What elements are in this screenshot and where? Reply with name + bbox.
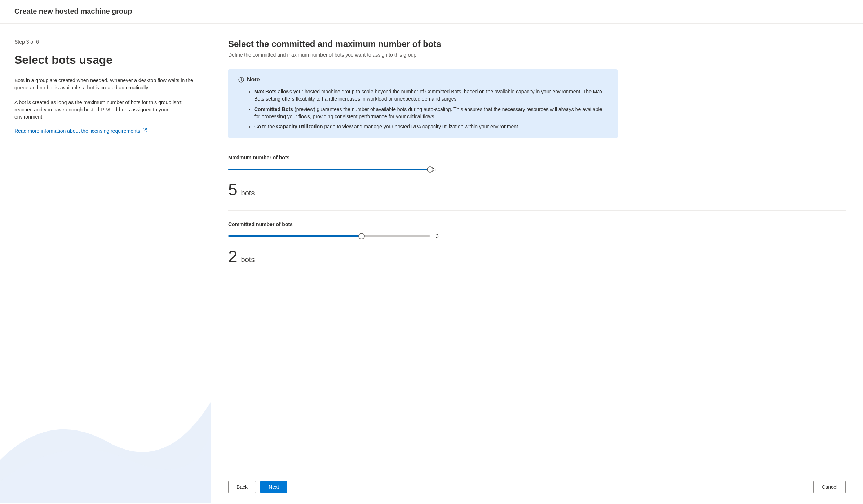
sidebar-paragraph-1: Bots in a group are created when needed.… [14, 77, 196, 92]
note-label: Note [247, 76, 260, 83]
committed-bots-slider[interactable] [228, 233, 430, 239]
max-bots-label: Maximum number of bots [228, 155, 618, 160]
page-title: Create new hosted machine group [14, 7, 132, 15]
note-item-1: Max Bots allows your hosted machine grou… [254, 88, 607, 103]
svg-point-1 [241, 78, 242, 79]
committed-bots-unit: bots [241, 256, 255, 264]
main-subtitle: Define the committed and maximum number … [228, 52, 846, 58]
max-bots-slider[interactable] [228, 166, 430, 173]
max-bots-value: 5 [228, 180, 238, 199]
committed-bots-max-label: 3 [436, 233, 439, 239]
note-list: Max Bots allows your hosted machine grou… [238, 88, 607, 130]
max-bots-section: Maximum number of bots 5 5 bots [228, 155, 618, 199]
licensing-link-text: Read more information about the licensin… [14, 128, 140, 134]
next-button[interactable]: Next [260, 481, 287, 493]
committed-bots-slider-thumb[interactable] [358, 233, 365, 239]
max-bots-max-label: 5 [433, 167, 436, 172]
committed-bots-section: Committed number of bots 3 2 bots [228, 221, 618, 266]
note-item-3: Go to the Capacity Utilization page to v… [254, 123, 607, 130]
svg-rect-2 [241, 79, 241, 81]
note-box: Note Max Bots allows your hosted machine… [228, 69, 618, 138]
divider [228, 210, 846, 211]
footer: Back Next Cancel [228, 474, 846, 503]
max-bots-slider-thumb[interactable] [427, 166, 433, 173]
committed-bots-label: Committed number of bots [228, 221, 618, 227]
sidebar: Step 3 of 6 Select bots usage Bots in a … [0, 24, 211, 503]
note-item-2: Committed Bots (preview) guarantees the … [254, 106, 607, 120]
back-button[interactable]: Back [228, 481, 256, 493]
sidebar-title: Select bots usage [14, 53, 196, 67]
main-title: Select the committed and maximum number … [228, 39, 846, 49]
max-bots-unit: bots [241, 189, 255, 197]
step-indicator: Step 3 of 6 [14, 39, 196, 45]
wave-decoration [0, 359, 211, 503]
cancel-button[interactable]: Cancel [813, 481, 846, 493]
external-link-icon [142, 128, 147, 134]
committed-bots-display: 2 bots [228, 247, 618, 266]
info-icon [238, 77, 244, 83]
main-panel: Select the committed and maximum number … [211, 24, 863, 503]
committed-bots-value: 2 [228, 247, 238, 266]
page-header: Create new hosted machine group [0, 0, 863, 24]
sidebar-paragraph-2: A bot is created as long as the maximum … [14, 99, 196, 121]
licensing-link[interactable]: Read more information about the licensin… [14, 128, 147, 134]
max-bots-display: 5 bots [228, 180, 618, 199]
